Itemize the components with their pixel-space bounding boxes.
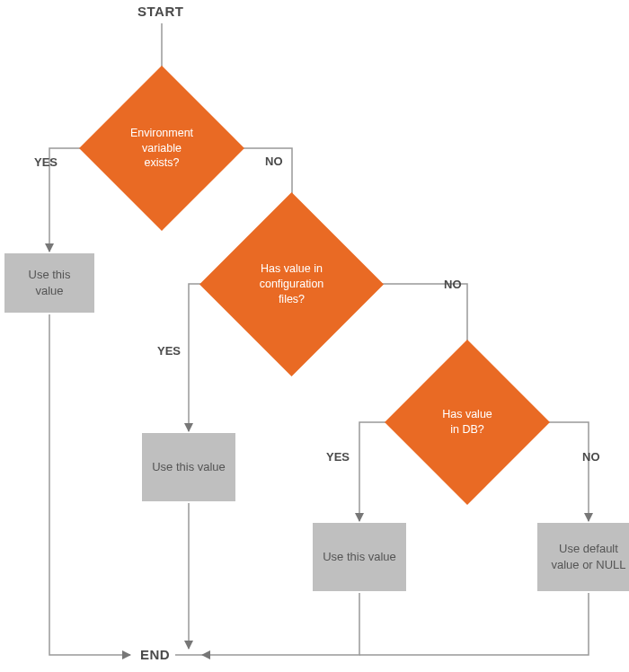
end-label: END <box>140 647 170 662</box>
edge-d1-yes: YES <box>34 155 58 169</box>
decision-env-var-text: Environmentvariableexists? <box>103 90 220 207</box>
process-use-default: Use defaultvalue or NULL <box>537 523 629 591</box>
edge-d2-no: NO <box>444 278 462 291</box>
edge-d1-no: NO <box>265 155 283 168</box>
decision-config-text: Has value inconfigurationfiles? <box>226 219 357 349</box>
edge-d3-no: NO <box>582 450 600 464</box>
decision-db: Has valuein DB? <box>409 364 526 481</box>
process-use-env: Use this value <box>4 253 94 313</box>
process-use-db: Use this value <box>313 523 406 591</box>
edge-d3-yes: YES <box>326 450 350 464</box>
decision-db-text: Has valuein DB? <box>409 364 526 481</box>
process-use-config: Use this value <box>142 433 235 501</box>
flowchart: START END YES NO YES NO YES NO Environme… <box>0 0 629 672</box>
decision-env-var: Environmentvariableexists? <box>103 90 220 207</box>
decision-config: Has value inconfigurationfiles? <box>226 219 357 349</box>
start-label: START <box>137 4 183 19</box>
edge-d2-yes: YES <box>157 344 181 358</box>
